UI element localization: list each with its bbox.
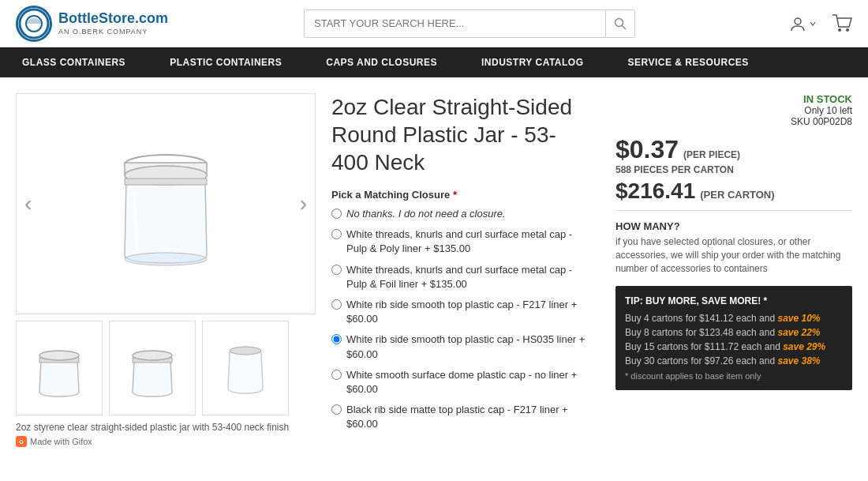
closure-text-4: White rib side smooth top plastic cap - … [346, 333, 592, 361]
closure-radio-4[interactable] [331, 334, 342, 344]
logo-area[interactable]: BottleStore.com AN O.BERK COMPANY [16, 6, 174, 42]
nav-glass-containers[interactable]: GLASS CONTAINERS [0, 47, 148, 77]
svg-point-13 [39, 351, 79, 360]
save-pct-2: save 29% [783, 341, 825, 352]
price-carton-value: $216.41 [615, 178, 695, 204]
only-left-label: Only 10 left [615, 105, 852, 116]
how-many-text: if you have selected optional closures, … [615, 235, 852, 275]
search-input[interactable] [305, 10, 605, 37]
closure-radio-2[interactable] [331, 265, 342, 275]
svg-point-4 [795, 18, 801, 24]
main-image: ‹ › [16, 93, 316, 314]
closure-radio-1[interactable] [331, 229, 342, 239]
closure-option-2: White threads, knurls and curl surface m… [331, 263, 592, 291]
tip-disclaimer: * discount applies to base item only [625, 371, 843, 381]
cart-icon [832, 14, 852, 33]
account-icon [789, 15, 806, 32]
price-per-piece: $0.37 (PER PIECE) [615, 135, 852, 164]
closure-radio-6[interactable] [331, 404, 342, 415]
save-pct-3: save 38% [777, 355, 820, 366]
thumbnail-1[interactable] [16, 321, 103, 415]
logo-company: AN O.BERK COMPANY [58, 28, 168, 36]
svg-point-16 [230, 347, 261, 355]
tip-row-1: Buy 8 cartons for $123.48 each and save … [625, 327, 843, 338]
closure-text-0: No thanks. I do not need a closure. [346, 207, 506, 221]
closure-label: Pick a Matching Closure * [331, 189, 592, 201]
closure-text-2: White threads, knurls and curl surface m… [346, 263, 592, 291]
chevron-down-icon [810, 21, 816, 27]
logo-text: BottleStore.com AN O.BERK COMPANY [58, 10, 168, 36]
main-content: ‹ › [0, 77, 868, 463]
product-image-svg [103, 133, 229, 275]
gifox-badge: G Made with Gifox [16, 436, 316, 447]
closure-radio-3[interactable] [331, 299, 342, 310]
logo-brand: BottleStore.com [58, 10, 168, 28]
closure-radio-5[interactable] [331, 370, 342, 380]
how-many-label: HOW MANY? [615, 220, 852, 232]
save-pct-0: save 10% [777, 313, 820, 324]
thumb-2-svg [125, 336, 180, 400]
thumbnails [16, 321, 316, 415]
closure-radio-0[interactable] [331, 209, 342, 219]
nav-caps-closures[interactable]: CAPS AND CLOSURES [304, 47, 459, 77]
header: BottleStore.com AN O.BERK COMPANY [0, 0, 868, 47]
closure-text-1: White threads, knurls and curl surface m… [346, 227, 592, 256]
nav-industry-catalog[interactable]: INDUSTRY CATALOG [459, 47, 606, 77]
image-caption: 2oz styrene clear straight-sided plastic… [16, 422, 316, 433]
closure-option-1: White threads, knurls and curl surface m… [331, 227, 592, 256]
tip-title: TIP: BUY MORE, SAVE MORE! * [625, 295, 843, 306]
pricing-panel: IN STOCK Only 10 left SKU 00P02D8 $0.37 … [615, 93, 852, 447]
svg-point-2 [615, 18, 623, 26]
product-images: ‹ › [16, 93, 316, 447]
sku-label: SKU 00P02D8 [615, 116, 852, 127]
thumb-3-svg [218, 336, 273, 400]
nav-bar: GLASS CONTAINERS PLASTIC CONTAINERS CAPS… [0, 47, 868, 77]
account-button[interactable] [789, 15, 816, 32]
closure-text-3: White rib side smooth top plastic cap - … [346, 298, 592, 326]
tip-row-0: Buy 4 cartons for $141.12 each and save … [625, 313, 843, 324]
nav-service-resources[interactable]: SERVICE & RESOURCES [606, 47, 771, 77]
search-button[interactable] [605, 10, 634, 37]
svg-point-15 [133, 351, 172, 360]
svg-point-11 [125, 253, 207, 265]
thumbnail-3[interactable] [202, 321, 289, 415]
cart-button[interactable] [832, 14, 852, 33]
product-title: 2oz Clear Straight-Sided Round Plastic J… [331, 93, 592, 176]
gifox-icon: G [16, 436, 27, 447]
svg-point-5 [838, 28, 841, 32]
in-stock-label: IN STOCK [615, 93, 852, 105]
tip-row-3: Buy 30 cartons for $97.26 each and save … [625, 355, 843, 366]
price-per-carton: $216.41 (PER CARTON) [615, 178, 852, 204]
next-image-button[interactable]: › [292, 183, 315, 224]
gifox-label: Made with Gifox [30, 437, 92, 446]
closure-section: Pick a Matching Closure * No thanks. I d… [331, 189, 592, 431]
svg-line-3 [623, 25, 627, 29]
stock-info: IN STOCK Only 10 left SKU 00P02D8 [615, 93, 852, 127]
svg-rect-10 [125, 178, 207, 185]
closure-option-5: White smooth surface dome plastic cap - … [331, 368, 592, 396]
tip-row-2: Buy 15 cartons for $111.72 each and save… [625, 341, 843, 352]
thumbnail-2[interactable] [109, 321, 196, 415]
search-area[interactable] [304, 9, 635, 38]
closure-option-6: Black rib side matte top plastic cap - F… [331, 403, 592, 431]
per-carton-label: (PER CARTON) [700, 189, 774, 201]
save-pct-1: save 22% [777, 327, 820, 338]
prev-image-button[interactable]: ‹ [17, 183, 39, 224]
required-marker: * [453, 189, 457, 201]
header-icons [789, 14, 852, 33]
nav-plastic-containers[interactable]: PLASTIC CONTAINERS [148, 47, 304, 77]
svg-text:G: G [19, 439, 24, 445]
closure-option-0: No thanks. I do not need a closure. [331, 207, 592, 221]
tip-box: TIP: BUY MORE, SAVE MORE! * Buy 4 carton… [615, 286, 852, 390]
closure-text-5: White smooth surface dome plastic cap - … [346, 368, 592, 396]
logo-icon [16, 6, 52, 42]
thumb-1-svg [32, 336, 87, 400]
price-piece-value: $0.37 [615, 135, 679, 164]
search-icon [614, 17, 627, 30]
closure-option-4: White rib side smooth top plastic cap - … [331, 333, 592, 361]
per-piece-label: (PER PIECE) [683, 149, 740, 160]
divider [615, 210, 852, 211]
closure-option-3: White rib side smooth top plastic cap - … [331, 298, 592, 326]
pieces-per-carton: 588 PIECES PER CARTON [615, 164, 852, 175]
closure-text-6: Black rib side matte top plastic cap - F… [346, 403, 592, 431]
